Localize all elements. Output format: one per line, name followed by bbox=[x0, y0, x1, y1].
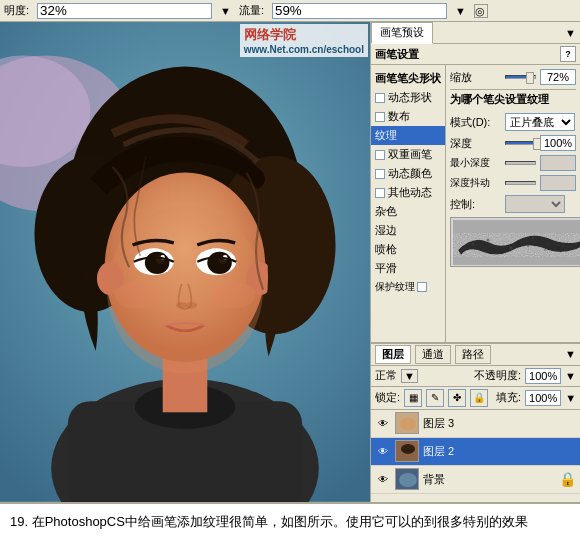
svg-point-37 bbox=[544, 249, 546, 251]
brush-help-btn[interactable]: ? bbox=[560, 46, 576, 62]
svg-point-27 bbox=[472, 243, 474, 245]
texture-section-title: 为哪个笔尖设置纹理 bbox=[450, 89, 576, 109]
mode-label: 模式(D): bbox=[450, 115, 505, 130]
depth-jitter-area bbox=[505, 175, 576, 191]
sidebar-item-protect-texture[interactable]: 保护纹理 bbox=[371, 278, 445, 296]
control-select[interactable] bbox=[505, 195, 565, 213]
layers-panel: 图层 通道 路径 ▼ 正常 ▼ 不透明度: ▼ 锁定: ▦ bbox=[371, 342, 580, 502]
depth-input[interactable] bbox=[540, 135, 576, 151]
layers-list: 👁 图层 3 👁 bbox=[371, 410, 580, 502]
canvas-area: 网络学院 www.Net.com.cn/eschool bbox=[0, 22, 370, 502]
opacity-dropdown[interactable]: ▼ bbox=[565, 370, 576, 382]
fill-label: 填充: bbox=[496, 390, 521, 405]
mode-row: 模式(D): 正片叠底 正常 溶解 bbox=[450, 113, 576, 131]
layer-eye-2[interactable]: 👁 bbox=[375, 443, 391, 459]
sidebar-item-texture[interactable]: 纹理 bbox=[371, 126, 445, 145]
min-depth-label: 最小深度 bbox=[450, 156, 505, 170]
depth-jitter-row: 深度抖动 bbox=[450, 175, 576, 191]
svg-point-36 bbox=[527, 245, 529, 247]
svg-point-44 bbox=[399, 473, 417, 487]
sidebar-title: 画笔笔尖形状 bbox=[371, 69, 445, 88]
svg-point-19 bbox=[207, 252, 232, 274]
lock-label: 锁定: bbox=[375, 390, 400, 405]
sidebar-item-other-dynamic[interactable]: 其他动态 bbox=[371, 183, 445, 202]
control-label: 控制: bbox=[450, 197, 505, 212]
svg-point-32 bbox=[546, 242, 549, 245]
min-depth-track bbox=[505, 161, 536, 165]
zoom-slider[interactable] bbox=[505, 69, 576, 85]
brush-preview-svg bbox=[453, 220, 581, 265]
layers-controls: 正常 ▼ 不透明度: ▼ bbox=[371, 366, 580, 387]
flow-label: 流量: bbox=[239, 3, 264, 18]
lock-all-btn[interactable]: 🔒 bbox=[470, 389, 488, 407]
sidebar-item-smoothing[interactable]: 平滑 bbox=[371, 259, 445, 278]
zoom-input[interactable] bbox=[540, 69, 576, 85]
brightness-input[interactable] bbox=[37, 3, 212, 19]
brush-content: 缩放 为哪个笔尖设置纹理 模式(D): bbox=[446, 65, 580, 342]
svg-point-38 bbox=[556, 246, 559, 249]
painting-canvas bbox=[0, 22, 370, 502]
layer-thumb-2 bbox=[395, 440, 419, 462]
svg-point-33 bbox=[562, 245, 564, 247]
panel-menu-btn[interactable]: ▼ bbox=[561, 25, 580, 41]
layer-name-2: 图层 2 bbox=[423, 444, 576, 459]
layer-name-bg: 背景 bbox=[423, 472, 555, 487]
sidebar-item-dynamic-shape[interactable]: 动态形状 bbox=[371, 88, 445, 107]
depth-jitter-input[interactable] bbox=[540, 175, 576, 191]
paths-tab[interactable]: 路径 bbox=[455, 345, 491, 364]
scatter-checkbox[interactable] bbox=[375, 112, 385, 122]
caption-text: 19. 在PhotoshopCS中给画笔添加纹理很简单，如图所示。使用它可以的到… bbox=[10, 514, 528, 529]
layer-item-3[interactable]: 👁 图层 3 bbox=[371, 410, 580, 438]
svg-point-31 bbox=[532, 237, 534, 239]
min-depth-area bbox=[505, 155, 576, 171]
opacity-input[interactable] bbox=[525, 368, 561, 384]
sidebar-item-noise[interactable]: 杂色 bbox=[371, 202, 445, 221]
layers-tab[interactable]: 图层 bbox=[375, 345, 411, 364]
layer-item-2[interactable]: 👁 图层 2 bbox=[371, 438, 580, 466]
lock-transparent-btn[interactable]: ▦ bbox=[404, 389, 422, 407]
svg-point-15 bbox=[145, 252, 170, 274]
lock-pixels-btn[interactable]: ✎ bbox=[426, 389, 444, 407]
depth-row: 深度 bbox=[450, 135, 576, 151]
svg-point-30 bbox=[516, 240, 519, 243]
other-dynamic-checkbox[interactable] bbox=[375, 188, 385, 198]
dynamic-color-checkbox[interactable] bbox=[375, 169, 385, 179]
fill-dropdown[interactable]: ▼ bbox=[565, 392, 576, 404]
dynamic-shape-checkbox[interactable] bbox=[375, 93, 385, 103]
sidebar-item-scatter[interactable]: 数布 bbox=[371, 107, 445, 126]
content-area: 网络学院 www.Net.com.cn/eschool 画笔预设 ▼ 画笔设置 … bbox=[0, 22, 580, 502]
fill-input[interactable] bbox=[525, 390, 561, 406]
layer-item-bg[interactable]: 👁 背景 🔒 bbox=[371, 466, 580, 494]
svg-point-25 bbox=[211, 282, 256, 309]
panel-title-row: 画笔设置 ? bbox=[371, 44, 580, 65]
sidebar-item-dynamic-color[interactable]: 动态颜色 bbox=[371, 164, 445, 183]
layer-eye-bg[interactable]: 👁 bbox=[375, 471, 391, 487]
options-icon[interactable]: ◎ bbox=[474, 4, 488, 18]
svg-point-35 bbox=[509, 246, 512, 249]
sidebar-item-airbrush[interactable]: 喷枪 bbox=[371, 240, 445, 259]
depth-track bbox=[505, 141, 536, 145]
sidebar-item-wet-edges[interactable]: 湿边 bbox=[371, 221, 445, 240]
net-url: www.Net.com.cn/eschool bbox=[244, 44, 364, 55]
min-depth-input[interactable] bbox=[540, 155, 576, 171]
layer-thumb-bg bbox=[395, 468, 419, 490]
dual-brush-checkbox[interactable] bbox=[375, 150, 385, 160]
flow-input[interactable] bbox=[272, 3, 447, 19]
protect-texture-checkbox[interactable] bbox=[417, 282, 427, 292]
svg-point-34 bbox=[494, 249, 496, 251]
layers-menu-btn[interactable]: ▼ bbox=[565, 348, 576, 360]
lock-row: 锁定: ▦ ✎ ✤ 🔒 填充: ▼ bbox=[371, 387, 580, 410]
channels-tab[interactable]: 通道 bbox=[415, 345, 451, 364]
mode-dropdown-btn[interactable]: ▼ bbox=[401, 369, 418, 383]
svg-point-28 bbox=[486, 238, 489, 241]
brightness-label: 明度: bbox=[4, 3, 29, 18]
sidebar-item-dual-brush[interactable]: 双重画笔 bbox=[371, 145, 445, 164]
mode-select[interactable]: 正片叠底 正常 溶解 bbox=[505, 113, 575, 131]
layer-eye-3[interactable]: 👁 bbox=[375, 415, 391, 431]
svg-point-29 bbox=[502, 245, 504, 247]
lock-position-btn[interactable]: ✤ bbox=[448, 389, 466, 407]
panel-header: 画笔预设 ▼ bbox=[371, 22, 580, 44]
depth-slider[interactable] bbox=[505, 135, 576, 151]
brush-presets-tab[interactable]: 画笔预设 bbox=[371, 22, 433, 44]
zoom-row: 缩放 bbox=[450, 69, 576, 85]
